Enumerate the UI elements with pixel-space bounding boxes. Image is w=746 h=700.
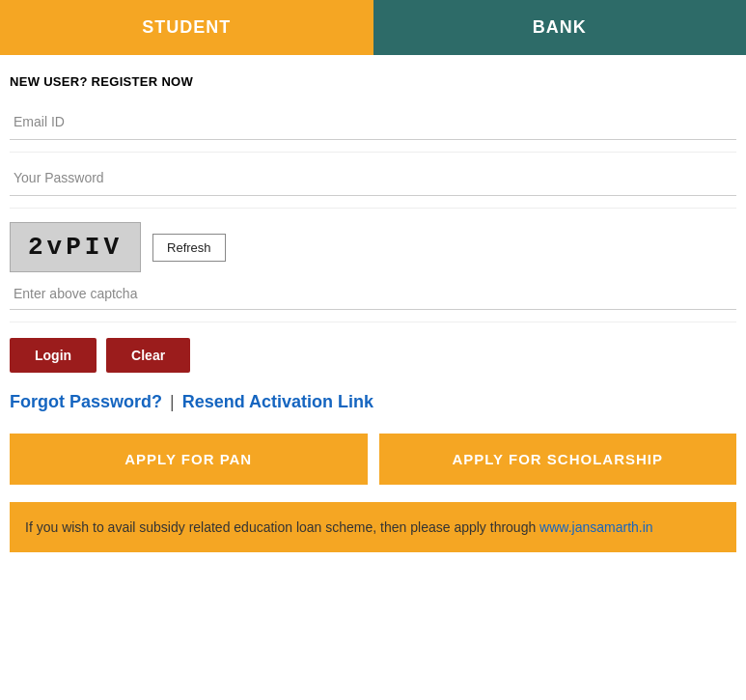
captcha-image: 2vPIV [10, 222, 141, 272]
password-divider [10, 208, 736, 209]
captcha-divider [10, 322, 736, 322]
apply-pan-button[interactable]: APPLY FOR PAN [10, 434, 368, 485]
clear-button[interactable]: Clear [106, 338, 190, 373]
captcha-row: 2vPIV Refresh [10, 222, 736, 272]
action-buttons: Login Clear [10, 338, 736, 373]
apply-scholarship-button[interactable]: APPLY FOR SCHOLARSHIP [379, 434, 737, 485]
refresh-button[interactable]: Refresh [152, 234, 226, 262]
login-form: 2vPIV Refresh Login Clear Forgot Passwor… [10, 104, 736, 485]
apply-buttons-row: APPLY FOR PAN APPLY FOR SCHOLARSHIP [10, 434, 736, 485]
tab-bank[interactable]: BANK [373, 0, 747, 55]
new-user-text: NEW USER? REGISTER NOW [10, 74, 736, 89]
resend-activation-link[interactable]: Resend Activation Link [182, 392, 373, 412]
link-separator: | [170, 392, 175, 412]
password-input[interactable] [10, 160, 736, 196]
links-row: Forgot Password? | Resend Activation Lin… [10, 392, 736, 412]
info-banner: If you wish to avail subsidy related edu… [10, 502, 736, 552]
captcha-input[interactable] [10, 278, 736, 310]
email-input[interactable] [10, 104, 736, 140]
top-tabs: STUDENT BANK [0, 0, 746, 55]
email-divider [10, 152, 736, 153]
forgot-password-link[interactable]: Forgot Password? [10, 392, 162, 412]
info-banner-text: If you wish to avail subsidy related edu… [25, 519, 539, 535]
tab-student[interactable]: STUDENT [0, 0, 373, 55]
jansamarth-link[interactable]: www.jansamarth.in [539, 519, 653, 535]
content-area: NEW USER? REGISTER NOW 2vPIV Refresh Log… [0, 55, 746, 581]
login-button[interactable]: Login [10, 338, 97, 373]
